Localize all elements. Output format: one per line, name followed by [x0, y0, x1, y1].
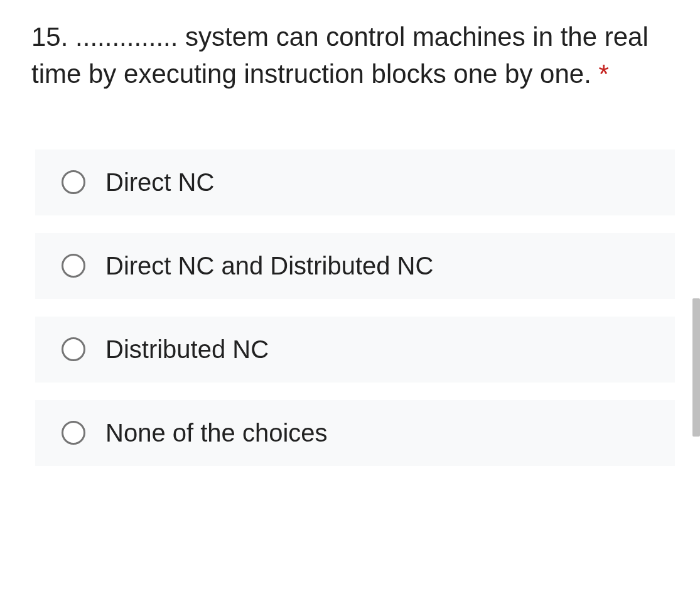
option-row-3[interactable]: Distributed NC: [35, 317, 675, 383]
scrollbar-thumb[interactable]: [692, 298, 700, 437]
required-asterisk: *: [599, 59, 609, 89]
option-label: Direct NC: [105, 168, 214, 197]
question-text-content: 15. .............. system can control ma…: [31, 22, 649, 89]
question-prompt: 15. .............. system can control ma…: [31, 19, 675, 93]
radio-icon[interactable]: [62, 337, 85, 361]
radio-icon[interactable]: [62, 254, 85, 278]
option-label: Direct NC and Distributed NC: [105, 252, 433, 280]
option-label: None of the choices: [105, 419, 328, 447]
options-list: Direct NC Direct NC and Distributed NC D…: [31, 149, 675, 466]
option-label: Distributed NC: [105, 335, 269, 364]
option-row-4[interactable]: None of the choices: [35, 400, 675, 466]
radio-icon[interactable]: [62, 421, 85, 445]
radio-icon[interactable]: [62, 170, 85, 194]
option-row-2[interactable]: Direct NC and Distributed NC: [35, 233, 675, 299]
option-row-1[interactable]: Direct NC: [35, 149, 675, 215]
question-container: 15. .............. system can control ma…: [0, 0, 700, 466]
